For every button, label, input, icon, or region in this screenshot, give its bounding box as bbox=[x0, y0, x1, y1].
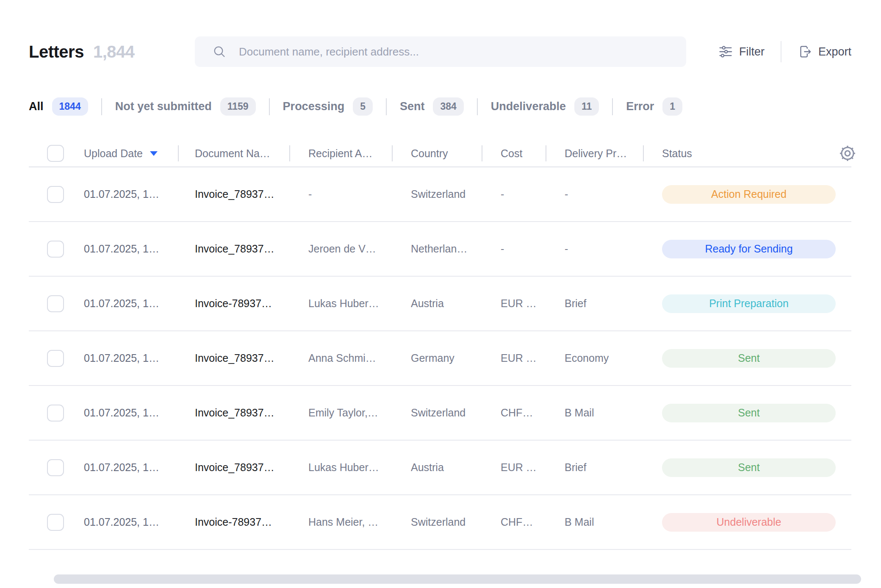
cell-delivery-product: B Mail bbox=[546, 407, 643, 419]
column-header-country[interactable]: Country bbox=[392, 140, 482, 166]
column-header-delivery-product[interactable]: Delivery Pr… bbox=[546, 140, 643, 166]
cell-country: Switzerland bbox=[392, 188, 482, 200]
cell-delivery-product: Economy bbox=[546, 352, 643, 364]
row-checkbox[interactable] bbox=[47, 350, 64, 367]
cell-document-name: Invoice_78937… bbox=[178, 188, 289, 200]
export-button[interactable]: Export bbox=[798, 44, 851, 59]
search-icon bbox=[213, 45, 226, 58]
sort-desc-icon bbox=[150, 151, 158, 156]
cell-recipient: Anna Schmi… bbox=[289, 352, 392, 364]
gear-icon[interactable] bbox=[838, 144, 857, 163]
row-select-cell bbox=[29, 386, 84, 440]
cell-status: Print Preparation bbox=[643, 294, 838, 313]
tab-label: Sent bbox=[400, 100, 425, 113]
table-row[interactable]: 01.07.2025, 1… Invoice_78937… Anna Schmi… bbox=[29, 331, 851, 386]
tab-label: All bbox=[29, 100, 44, 113]
tab-label: Not yet submitted bbox=[115, 100, 212, 113]
row-checkbox[interactable] bbox=[47, 186, 64, 203]
table-row[interactable]: 01.07.2025, 1… Invoice-78937… Lukas Hube… bbox=[29, 277, 851, 331]
search-input[interactable] bbox=[238, 45, 619, 59]
title-wrap: Letters 1,844 bbox=[29, 42, 195, 61]
cell-cost: CHF… bbox=[482, 516, 546, 528]
column-label-document-name: Document Na… bbox=[195, 147, 270, 160]
toolbar-actions: Filter Export bbox=[718, 41, 851, 62]
column-label-status: Status bbox=[662, 147, 692, 160]
column-header-cost[interactable]: Cost bbox=[482, 140, 546, 166]
tab-divider bbox=[386, 98, 387, 115]
tab-divider bbox=[269, 98, 270, 115]
tab-error[interactable]: Error 1 bbox=[626, 97, 682, 116]
row-checkbox[interactable] bbox=[47, 241, 64, 258]
table-body: 01.07.2025, 1… Invoice_78937… - Switzerl… bbox=[29, 167, 851, 550]
tab-count-badge: 5 bbox=[353, 97, 373, 116]
cell-status: Ready for Sending bbox=[643, 240, 838, 258]
cell-upload-date: 01.07.2025, 1… bbox=[84, 243, 178, 255]
tab-divider bbox=[612, 98, 613, 115]
tab-count-badge: 384 bbox=[433, 97, 463, 116]
cell-cost: CHF… bbox=[482, 407, 546, 419]
search-box[interactable] bbox=[195, 36, 686, 67]
cell-country: Germany bbox=[392, 352, 482, 364]
tab-count-badge: 11 bbox=[574, 97, 599, 116]
select-all-cell bbox=[29, 140, 84, 166]
column-label-delivery-product: Delivery Pr… bbox=[565, 147, 627, 160]
cell-recipient: Emily Taylor,… bbox=[289, 407, 392, 419]
export-button-label: Export bbox=[818, 45, 851, 58]
row-checkbox[interactable] bbox=[47, 405, 64, 422]
column-header-document-name[interactable]: Document Na… bbox=[178, 140, 289, 166]
tab-count-badge: 1844 bbox=[52, 97, 88, 116]
cell-document-name: Invoice-78937… bbox=[178, 516, 289, 528]
row-checkbox[interactable] bbox=[47, 514, 64, 531]
cell-upload-date: 01.07.2025, 1… bbox=[84, 516, 178, 528]
letters-page: Letters 1,844 Filter bbox=[0, 36, 881, 588]
cell-delivery-product: B Mail bbox=[546, 516, 643, 528]
status-badge: Sent bbox=[662, 349, 836, 368]
cell-delivery-product: - bbox=[546, 188, 643, 200]
tab-processing[interactable]: Processing 5 bbox=[283, 97, 373, 116]
table-row[interactable]: 01.07.2025, 1… Invoice_78937… Emily Tayl… bbox=[29, 386, 851, 441]
row-checkbox[interactable] bbox=[47, 459, 64, 476]
cell-status: Undeliverable bbox=[643, 513, 838, 532]
row-select-cell bbox=[29, 167, 84, 221]
status-badge: Action Required bbox=[662, 185, 836, 204]
tab-not-yet-submitted[interactable]: Not yet submitted 1159 bbox=[115, 97, 256, 116]
select-all-checkbox[interactable] bbox=[47, 145, 64, 162]
cell-upload-date: 01.07.2025, 1… bbox=[84, 297, 178, 310]
cell-recipient: Lukas Huber… bbox=[289, 461, 392, 474]
tab-count-badge: 1159 bbox=[220, 97, 256, 116]
column-header-recipient[interactable]: Recipient A… bbox=[289, 140, 392, 166]
tab-sent[interactable]: Sent 384 bbox=[400, 97, 464, 116]
table-row[interactable]: 01.07.2025, 1… Invoice-78937… Hans Meier… bbox=[29, 495, 851, 550]
status-badge: Print Preparation bbox=[662, 294, 836, 313]
row-select-cell bbox=[29, 495, 84, 549]
table-row[interactable]: 01.07.2025, 1… Invoice_78937… - Switzerl… bbox=[29, 167, 851, 222]
page-title: Letters bbox=[29, 42, 84, 61]
row-checkbox[interactable] bbox=[47, 295, 64, 312]
cell-delivery-product: Brief bbox=[546, 297, 643, 310]
status-badge: Sent bbox=[662, 458, 836, 477]
table-row[interactable]: 01.07.2025, 1… Invoice_78937… Jeroen de … bbox=[29, 222, 851, 277]
cell-status: Sent bbox=[643, 458, 838, 477]
column-label-upload-date: Upload Date bbox=[84, 147, 143, 160]
letters-table: Upload Date Document Na… Recipient A… Co… bbox=[29, 140, 851, 550]
cell-delivery-product: Brief bbox=[546, 461, 643, 474]
column-label-cost: Cost bbox=[501, 147, 522, 160]
row-select-cell bbox=[29, 277, 84, 330]
cell-cost: EUR … bbox=[482, 297, 546, 310]
cell-recipient: Jeroen de V… bbox=[289, 243, 392, 255]
cell-upload-date: 01.07.2025, 1… bbox=[84, 461, 178, 474]
column-header-status[interactable]: Status bbox=[643, 140, 838, 166]
sort-upload-date[interactable]: Upload Date bbox=[84, 147, 158, 160]
cell-country: Austria bbox=[392, 297, 482, 310]
cell-recipient: Hans Meier, … bbox=[289, 516, 392, 528]
tab-all[interactable]: All 1844 bbox=[29, 97, 88, 116]
table-row[interactable]: 01.07.2025, 1… Invoice_78937… Lukas Hube… bbox=[29, 441, 851, 495]
horizontal-scrollbar-thumb[interactable] bbox=[54, 574, 861, 584]
tab-undeliverable[interactable]: Undeliverable 11 bbox=[491, 97, 599, 116]
tab-label: Error bbox=[626, 100, 654, 113]
cell-status: Action Required bbox=[643, 185, 838, 204]
filter-button[interactable]: Filter bbox=[718, 44, 765, 59]
tab-divider bbox=[477, 98, 478, 115]
tab-label: Processing bbox=[283, 100, 345, 113]
cell-upload-date: 01.07.2025, 1… bbox=[84, 407, 178, 419]
